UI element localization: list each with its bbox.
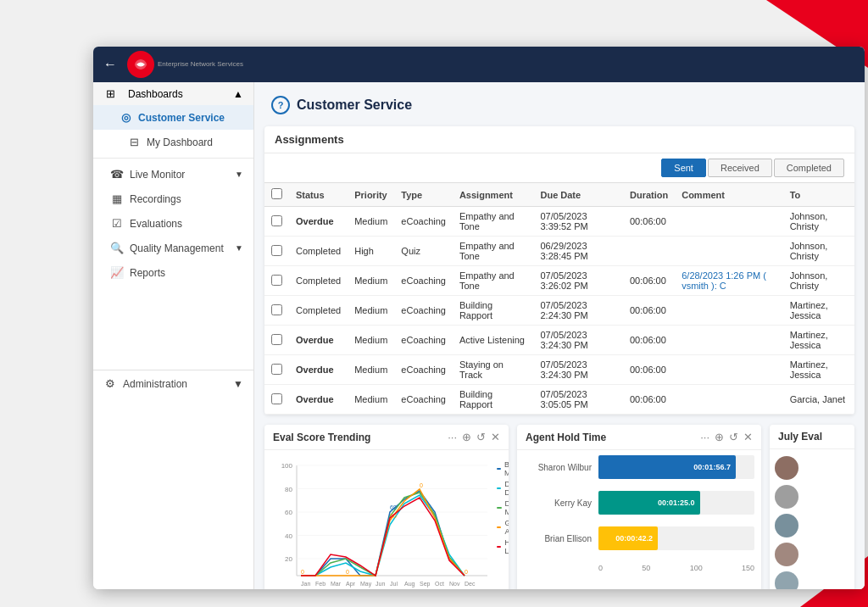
col-duration: Duration [623,183,675,207]
sidebar-item-my-dashboard[interactable]: ⊟ My Dashboard [93,130,253,154]
sidebar-item-quality-management[interactable]: 🔍 Quality Management ▼ [93,236,253,260]
priority-cell: Medium [348,385,394,415]
svg-text:0: 0 [465,569,468,575]
to-cell: Martinez, Jessica [783,326,854,355]
bar-x-axis: 0 50 100 150 [598,562,754,574]
svg-text:Jul: Jul [390,581,398,587]
avatar-4 [775,543,798,566]
hold-close-btn[interactable]: ✕ [743,431,753,443]
comment-cell: 6/28/2023 1:26 PM ( vsmith ): C [675,266,782,296]
legend-brandi: Brandi Mcfarland [497,460,509,477]
duration-cell: 00:06:00 [623,355,675,385]
comment-cell [675,237,782,266]
due-date-cell: 07/05/2023 3:05:05 PM [533,385,623,415]
comment-cell [675,207,782,237]
bar-value-kerry: 00:01:25.0 [658,498,695,507]
table-row: Overdue Medium eCoaching Staying on Trac… [264,355,854,385]
due-date-cell: 07/05/2023 3:26:02 PM [533,266,623,296]
back-button[interactable]: ← [103,57,117,72]
row-checkbox-4[interactable] [271,334,282,345]
chevron-down-icon-qm: ▼ [235,243,243,253]
assignments-header: Assignments [264,126,854,153]
bar-label-brian: Brian Ellison [524,534,592,543]
bar-track-kerry: 00:01:25.0 [598,491,754,515]
due-date-cell: 07/05/2023 3:24:30 PM [533,355,623,385]
sidebar-dashboards-label: Dashboards [128,88,183,100]
sidebar-item-administration[interactable]: ⚙ Administration ▼ [93,370,253,397]
comment-link[interactable]: 6/28/2023 1:26 PM ( vsmith ): C [682,270,766,291]
svg-text:Sep: Sep [420,581,431,588]
sidebar-item-reports[interactable]: 📈 Reports [93,260,253,285]
eval-close-btn[interactable]: ✕ [491,431,500,443]
comment-cell [675,355,782,385]
tab-sent[interactable]: Sent [661,159,706,177]
eval-export-btn[interactable]: ⊕ [462,431,471,443]
priority-cell: High [348,237,394,266]
tab-bar: Sent Received Completed [264,153,854,182]
agent-hold-title: Agent Hold Time [526,432,606,443]
bar-brian: Brian Ellison 00:00:42.2 [524,526,754,550]
sidebar-item-customer-service[interactable]: ◎ Customer Service [93,105,253,130]
type-cell: eCoaching [394,266,453,296]
chevron-down-icon-admin: ▼ [233,378,243,390]
duration-cell: 00:06:00 [623,326,675,355]
row-checkbox-1[interactable] [271,245,282,256]
status-cell: Completed [289,296,348,326]
bar-track-brian: 00:00:42.2 [598,526,754,550]
table-row: Completed Medium eCoaching Building Rapp… [264,296,854,326]
svg-text:60: 60 [285,509,292,516]
table-row: Overdue Medium eCoaching Empathy and Ton… [264,207,854,237]
hold-more-btn[interactable]: ··· [700,431,709,443]
legend-deboran: Deboran Mylod [497,499,509,516]
reports-icon: 📈 [110,266,124,279]
eval-score-controls: ··· ⊕ ↺ ✕ [448,431,500,443]
eval-score-header: Eval Score Trending ··· ⊕ ↺ ✕ [264,425,509,450]
agent-hold-controls: ··· ⊕ ↺ ✕ [700,431,753,443]
row-checkbox-2[interactable] [271,275,282,286]
eval-score-body: 100 80 60 40 20 Jan Feb Mar Apr [264,450,509,589]
table-row: Overdue Medium eCoaching Active Listenin… [264,326,854,355]
col-type: Type [394,183,453,207]
hold-export-btn[interactable]: ⊕ [715,431,724,443]
row-checkbox-5[interactable] [271,364,282,375]
row-checkbox-3[interactable] [271,304,282,315]
tab-completed[interactable]: Completed [774,159,844,177]
july-eval-title: July Eval [778,431,822,443]
eval-score-card: Eval Score Trending ··· ⊕ ↺ ✕ [264,425,509,589]
quality-icon: 🔍 [110,242,124,254]
table-row: Completed High Quiz Empathy and Tone 06/… [264,237,854,266]
svg-text:Feb: Feb [315,581,326,587]
sidebar-item-live-monitor[interactable]: ☎ Live Monitor ▼ [93,162,253,187]
eval-more-btn[interactable]: ··· [448,431,457,443]
assignment-cell: Empathy and Tone [453,237,534,266]
eval-refresh-btn[interactable]: ↺ [476,431,486,443]
bar-value-sharon: 00:01:56.7 [693,463,731,471]
type-cell: Quiz [394,237,453,266]
body-layout: ⊞ Dashboards ▲ ◎ Customer Service ⊟ My D… [93,82,865,589]
bar-fill-kerry: 00:01:25.0 [598,491,700,515]
row-checkbox-6[interactable] [271,393,282,404]
assignments-card: Assignments Sent Received Completed Stat… [264,126,854,415]
sidebar-item-evaluations[interactable]: ☑ Evaluations [93,211,253,236]
chevron-up-icon: ▲ [233,88,243,100]
svg-text:Apr: Apr [346,581,356,588]
page-title-bar: ? Customer Service [264,92,854,118]
select-all-checkbox[interactable] [271,188,282,199]
row-checkbox-0[interactable] [271,215,282,226]
assignment-cell: Empathy and Tone [453,266,534,296]
sidebar-dashboards-header[interactable]: ⊞ Dashboards ▲ [93,82,253,105]
to-cell: Martinez, Jessica [783,355,854,385]
hold-refresh-btn[interactable]: ↺ [729,431,738,443]
page-title-icon: ? [271,96,290,114]
priority-cell: Medium [348,266,394,296]
duration-cell: 00:06:00 [623,296,675,326]
sidebar-item-recordings[interactable]: ▦ Recordings [93,187,253,211]
eval-score-title: Eval Score Trending [273,432,370,443]
tab-received[interactable]: Received [708,159,772,177]
dashboard-icon: ⊞ [103,87,117,100]
table-row: Completed Medium eCoaching Empathy and T… [264,266,854,296]
avatar-2 [775,485,798,509]
duration-cell [623,237,675,266]
sidebar-customer-service-label: Customer Service [138,112,225,124]
svg-text:80: 80 [285,486,292,493]
